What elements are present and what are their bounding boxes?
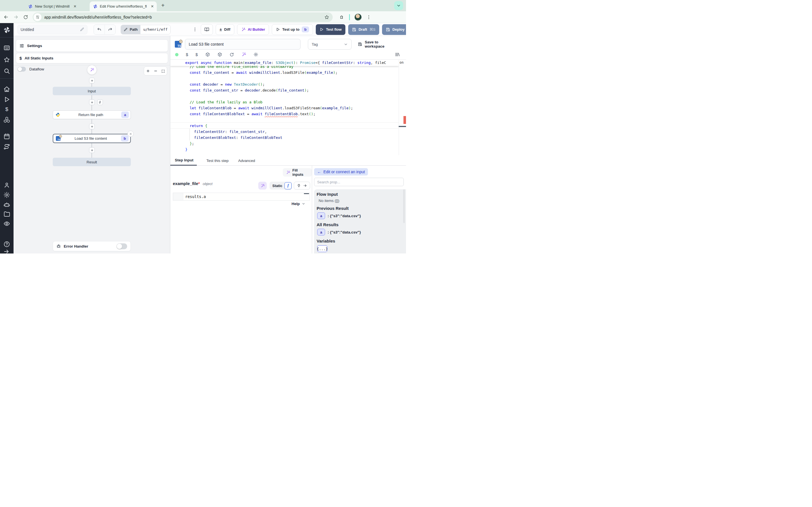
variables-badge[interactable]: {...} [317,245,327,252]
step-name-input[interactable] [185,39,301,50]
dataflow-toggle[interactable] [17,67,26,71]
more-menu-icon[interactable] [192,27,198,32]
url-text[interactable]: app.windmill.dev/flows/edit/u/henri/effo… [44,15,321,19]
tab-close-icon[interactable]: ✕ [151,4,154,8]
library-icon[interactable] [395,52,400,57]
input-mode-toggle[interactable]: Static f [269,182,292,189]
sidebar-item-help[interactable] [3,241,10,247]
package-icon[interactable] [217,52,222,57]
all-static-inputs-button[interactable]: $ All Static Inputs [16,53,168,63]
scrollbar-thumb[interactable] [399,126,406,127]
static-mode-label[interactable]: Static [272,184,282,188]
previous-result-row[interactable]: a : {"s3":"data.csv"} [317,212,403,219]
expression-value[interactable]: results.a [183,193,310,200]
tab-test-this-step[interactable]: Test this step [206,159,229,165]
windmill-logo[interactable] [3,26,10,34]
step-b-node-selected[interactable]: TS Load S3 file content b [53,134,131,143]
zoom-out-button[interactable] [152,67,159,75]
pencil-icon[interactable] [80,27,84,32]
save-to-workspace-button[interactable]: Save to workspace [358,40,398,48]
resources-icon[interactable]: $ [195,52,198,57]
add-step-button[interactable] [89,124,95,129]
sidebar-item-folders[interactable] [3,211,10,217]
redo-button[interactable] [105,25,115,34]
sidebar-item-search[interactable] [3,68,10,74]
editor-settings-icon[interactable] [253,52,258,57]
extensions-icon[interactable] [340,15,345,20]
tag-select[interactable]: Tag [308,39,352,50]
back-button[interactable] [3,14,9,20]
help-toggle[interactable]: Help [292,202,305,206]
forward-button[interactable] [13,14,18,20]
add-step-top-button[interactable] [89,78,95,83]
add-trigger-button[interactable] [97,100,103,105]
step-a-node[interactable]: Return file path a [53,110,131,119]
add-step-button[interactable] [89,100,95,105]
sidebar-collapse-button[interactable] [3,248,10,253]
flow-settings-button[interactable]: Settings [16,40,168,52]
sidebar-item-audit[interactable] [3,220,10,227]
sidebar-item-settings[interactable] [3,191,10,198]
error-handler-toggle[interactable] [116,243,127,249]
path-field[interactable]: Path u/henri/eff [121,25,170,34]
test-up-to-button[interactable]: Test up tob [272,24,313,35]
add-step-button[interactable] [89,147,95,153]
path-value[interactable]: u/henri/eff [140,25,170,34]
sidebar-item-schedules[interactable] [3,133,10,140]
ai-fill-button[interactable] [258,182,267,189]
package-icon[interactable] [205,52,210,57]
sidebar-item-runs[interactable] [3,96,10,103]
site-settings-icon[interactable] [34,13,42,21]
error-handler-card[interactable]: Error Handler [53,241,131,251]
address-bar[interactable]: app.windmill.dev/flows/edit/u/henri/effo… [33,12,333,22]
sidebar-item-variables[interactable]: $ [3,106,10,113]
flow-input-node[interactable]: Input [53,87,131,95]
deploy-button[interactable]: Deploy [382,24,406,35]
bookmark-star-icon[interactable] [324,15,329,20]
editor-minimap[interactable]: on [399,60,406,155]
ai-wand-icon[interactable] [241,52,246,57]
search-prop-input[interactable] [314,178,404,186]
tab-step-input[interactable]: Step Input [170,158,197,166]
result-a-badge[interactable]: a [317,229,325,235]
all-results-row[interactable]: a : {"s3":"data.csv"} [317,229,403,235]
sidebar-item-workers[interactable] [3,182,10,188]
fill-inputs-button[interactable]: Fill inputs [283,168,312,177]
zoom-in-button[interactable] [144,67,152,75]
sidebar-item-apps[interactable] [3,45,10,51]
reload-icon[interactable] [230,52,234,57]
sidebar-item-ai[interactable] [3,202,10,208]
profile-avatar[interactable] [354,13,362,21]
undo-button[interactable] [94,25,105,34]
tab-advanced[interactable]: Advanced [238,159,255,165]
props-scrollbar[interactable] [403,189,405,223]
edit-or-connect-chip[interactable]: ← Edit or connect an input [314,168,368,175]
variables-icon[interactable]: $ [186,52,188,57]
draft-button[interactable]: Draft⌘S [348,24,379,35]
sidebar-item-favorites[interactable] [3,56,10,63]
new-tab-button[interactable]: + [161,2,165,9]
browser-tab-active[interactable]: Edit Flow u/henri/effortless_fl ✕ [90,1,157,11]
ai-flow-button[interactable] [87,65,97,75]
sidebar-item-home[interactable] [3,86,10,93]
javascript-mode-chip[interactable]: f [285,182,292,189]
sidebar-item-triggers[interactable] [3,144,10,150]
result-a-badge[interactable]: a [317,212,325,219]
sidebar-item-resources[interactable] [3,116,10,123]
tab-close-icon[interactable]: ✕ [73,4,77,8]
connect-input-buttons[interactable] [294,182,310,189]
browser-menu-icon[interactable] [366,15,371,20]
flow-result-node[interactable]: Result [53,158,131,166]
flow-name-field[interactable]: Untitled [17,25,87,34]
delete-step-button[interactable] [128,131,134,137]
tab-search-button[interactable] [394,1,403,10]
diff-button[interactable]: ±Diff [216,24,234,35]
ai-builder-button[interactable]: AI Builder [237,24,269,35]
docs-button[interactable] [201,24,213,35]
fit-view-button[interactable] [159,67,167,75]
code-editor[interactable]: // Load the entire file_content as a Uin… [170,60,406,155]
browser-tab-inactive[interactable]: New Script | Windmill ✕ [25,1,89,11]
reload-button[interactable] [23,15,28,20]
expression-editor[interactable]: results.a [173,193,310,201]
test-flow-button[interactable]: Test flow [316,24,345,35]
